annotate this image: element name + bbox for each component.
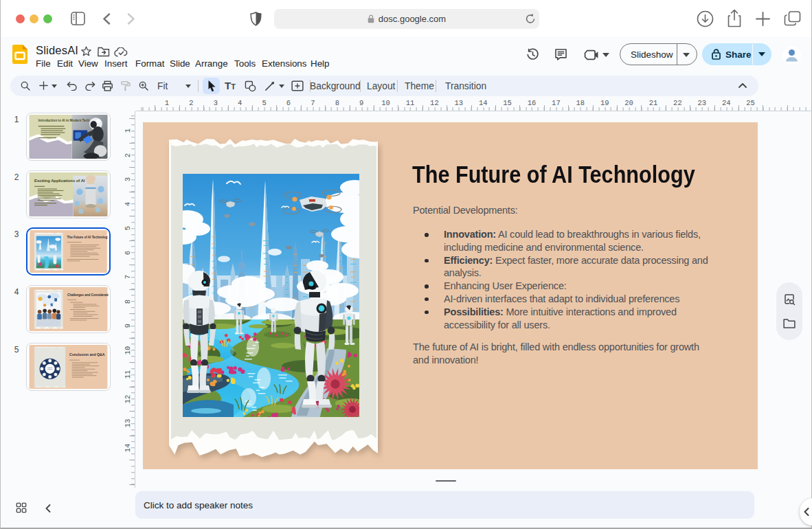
- svg-text:The Future of AI Technology: The Future of AI Technology: [67, 236, 108, 239]
- svg-text:Conclusion and Q&A: Conclusion and Q&A: [69, 352, 105, 357]
- svg-text:Introduction to AI in Modern T: Introduction to AI in Modern Tech: [38, 119, 90, 122]
- svg-text:Exciting Applications of AI: Exciting Applications of AI: [34, 179, 85, 183]
- svg-text:Challenges and Considerations: Challenges and Considerations: [67, 293, 109, 297]
